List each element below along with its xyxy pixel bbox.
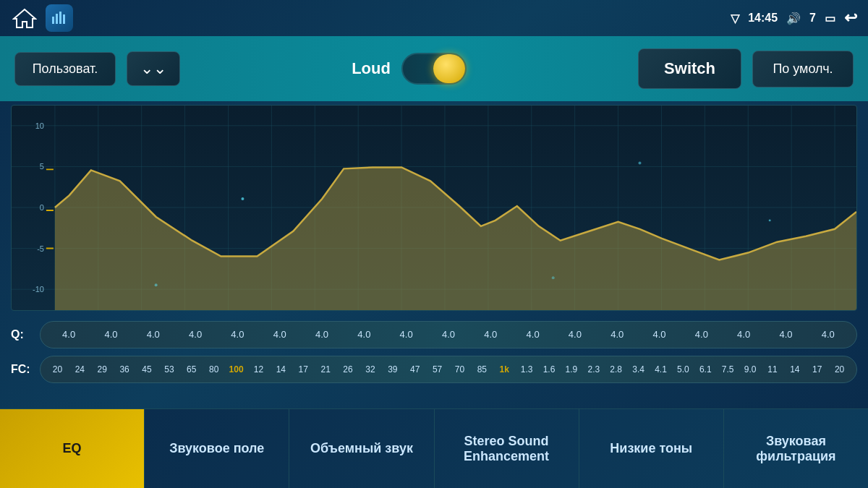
- expand-button[interactable]: ⌄⌄: [127, 51, 180, 86]
- tab-filter-label: Звуковаяфильтрация: [756, 434, 835, 464]
- q-value-2[interactable]: 4.0: [90, 329, 132, 340]
- fc-val-23[interactable]: 1.6: [538, 364, 561, 374]
- fc-val-30[interactable]: 6.1: [694, 364, 717, 374]
- fc-val-13[interactable]: 21: [315, 364, 337, 374]
- fc-val-2[interactable]: 24: [69, 364, 91, 374]
- fc-val-5[interactable]: 45: [136, 364, 158, 374]
- q-value-7[interactable]: 4.0: [301, 329, 343, 340]
- fc-val-33[interactable]: 11: [762, 364, 784, 374]
- q-value-10[interactable]: 4.0: [427, 329, 469, 340]
- fc-val-14[interactable]: 26: [337, 364, 359, 374]
- svg-point-40: [552, 276, 555, 279]
- loud-label: Loud: [352, 59, 391, 78]
- bottom-tabs: EQ Звуковое поле Объемный звук Stereo So…: [0, 408, 868, 488]
- tab-filter[interactable]: Звуковаяфильтрация: [724, 409, 868, 488]
- fc-val-35[interactable]: 17: [806, 364, 828, 374]
- svg-text:5: 5: [40, 162, 44, 171]
- svg-marker-0: [14, 9, 35, 27]
- q-value-1[interactable]: 4.0: [48, 329, 90, 340]
- fc-val-8[interactable]: 80: [203, 364, 225, 374]
- fc-val-32[interactable]: 9.0: [739, 364, 762, 374]
- fc-val-10[interactable]: 12: [247, 364, 270, 374]
- tab-stereo-label: Stereo SoundEnhancement: [464, 434, 549, 464]
- eq-chart-container: 10 5 0 -5 -10: [0, 101, 868, 314]
- q-value-14[interactable]: 4.0: [596, 329, 638, 340]
- fc-val-28[interactable]: 4.1: [650, 364, 672, 374]
- fc-row: FC: 20 24 29 36 45 53 65 80 100 12 14 17…: [0, 353, 868, 385]
- q-value-4[interactable]: 4.0: [174, 329, 216, 340]
- fc-val-7[interactable]: 65: [180, 364, 203, 374]
- home-icon[interactable]: [11, 6, 38, 30]
- fc-val-6[interactable]: 53: [158, 364, 180, 374]
- svg-text:0: 0: [40, 203, 44, 212]
- fc-val-3[interactable]: 29: [91, 364, 114, 374]
- fc-val-34[interactable]: 14: [783, 364, 806, 374]
- q-value-3[interactable]: 4.0: [132, 329, 174, 340]
- q-value-9[interactable]: 4.0: [386, 329, 427, 340]
- battery-icon: ▭: [825, 12, 835, 25]
- q-values-track[interactable]: 4.0 4.0 4.0 4.0 4.0 4.0 4.0 4.0 4.0 4.0 …: [40, 321, 857, 348]
- q-value-6[interactable]: 4.0: [259, 329, 301, 340]
- tab-bass[interactable]: Низкие тоны: [579, 409, 724, 488]
- loud-toggle[interactable]: [401, 53, 467, 85]
- svg-point-38: [639, 161, 642, 164]
- fc-val-20[interactable]: 85: [471, 364, 493, 374]
- q-value-15[interactable]: 4.0: [638, 329, 680, 340]
- status-bar-right: ▽ 14:45 🔊 7 ▭ ↩: [731, 9, 857, 27]
- default-button[interactable]: По умолч.: [752, 51, 854, 87]
- fc-val-15[interactable]: 32: [359, 364, 381, 374]
- q-value-19[interactable]: 4.0: [807, 329, 849, 340]
- fc-val-21[interactable]: 1k: [493, 364, 516, 374]
- fc-val-19[interactable]: 70: [448, 364, 471, 374]
- fc-val-16[interactable]: 39: [381, 364, 404, 374]
- fc-val-36[interactable]: 20: [828, 364, 851, 374]
- q-value-12[interactable]: 4.0: [511, 329, 553, 340]
- tab-surround-label: Объемный звук: [310, 441, 413, 456]
- volume-icon: 🔊: [786, 12, 801, 25]
- tab-sound-field-label: Звуковое поле: [169, 441, 264, 456]
- fc-val-27[interactable]: 3.4: [627, 364, 650, 374]
- svg-text:10: 10: [35, 121, 44, 130]
- q-label: Q:: [11, 328, 33, 341]
- tab-eq[interactable]: EQ: [0, 409, 145, 488]
- wifi-icon: ▽: [731, 12, 739, 25]
- q-value-17[interactable]: 4.0: [723, 329, 765, 340]
- back-icon[interactable]: ↩: [844, 9, 857, 27]
- q-value-8[interactable]: 4.0: [343, 329, 385, 340]
- user-preset-button[interactable]: Пользоват.: [14, 52, 116, 86]
- fc-val-22[interactable]: 1.3: [516, 364, 538, 374]
- eq-curve-fill: [55, 167, 856, 310]
- svg-point-41: [769, 219, 771, 221]
- tab-surround[interactable]: Объемный звук: [289, 409, 434, 488]
- fc-val-12[interactable]: 17: [292, 364, 315, 374]
- svg-rect-2: [56, 14, 58, 24]
- svg-point-39: [155, 283, 158, 286]
- fc-val-31[interactable]: 7.5: [717, 364, 739, 374]
- fc-val-24[interactable]: 1.9: [560, 364, 582, 374]
- controls-bar: Пользоват. ⌄⌄ Loud Switch По умолч.: [0, 36, 868, 101]
- fc-val-11[interactable]: 14: [270, 364, 292, 374]
- switch-button[interactable]: Switch: [638, 48, 741, 89]
- tab-sound-field[interactable]: Звуковое поле: [145, 409, 289, 488]
- svg-rect-4: [63, 14, 65, 24]
- tab-stereo[interactable]: Stereo SoundEnhancement: [435, 409, 579, 488]
- q-value-5[interactable]: 4.0: [216, 329, 258, 340]
- q-value-18[interactable]: 4.0: [765, 329, 807, 340]
- svg-text:-10: -10: [33, 285, 44, 294]
- fc-val-26[interactable]: 2.8: [605, 364, 627, 374]
- fc-val-4[interactable]: 36: [114, 364, 136, 374]
- fc-val-9[interactable]: 100: [225, 364, 247, 374]
- fc-label: FC:: [11, 363, 33, 376]
- fc-val-1[interactable]: 20: [46, 364, 69, 374]
- app-icon[interactable]: [46, 4, 73, 32]
- fc-values-track[interactable]: 20 24 29 36 45 53 65 80 100 12 14 17 21 …: [40, 356, 857, 383]
- q-value-13[interactable]: 4.0: [554, 329, 596, 340]
- svg-rect-3: [59, 12, 61, 24]
- eq-chart[interactable]: 10 5 0 -5 -10: [11, 105, 857, 311]
- q-value-11[interactable]: 4.0: [469, 329, 511, 340]
- fc-val-17[interactable]: 47: [404, 364, 426, 374]
- fc-val-29[interactable]: 5.0: [672, 364, 694, 374]
- q-value-16[interactable]: 4.0: [681, 329, 723, 340]
- fc-val-25[interactable]: 2.3: [582, 364, 605, 374]
- fc-val-18[interactable]: 57: [426, 364, 448, 374]
